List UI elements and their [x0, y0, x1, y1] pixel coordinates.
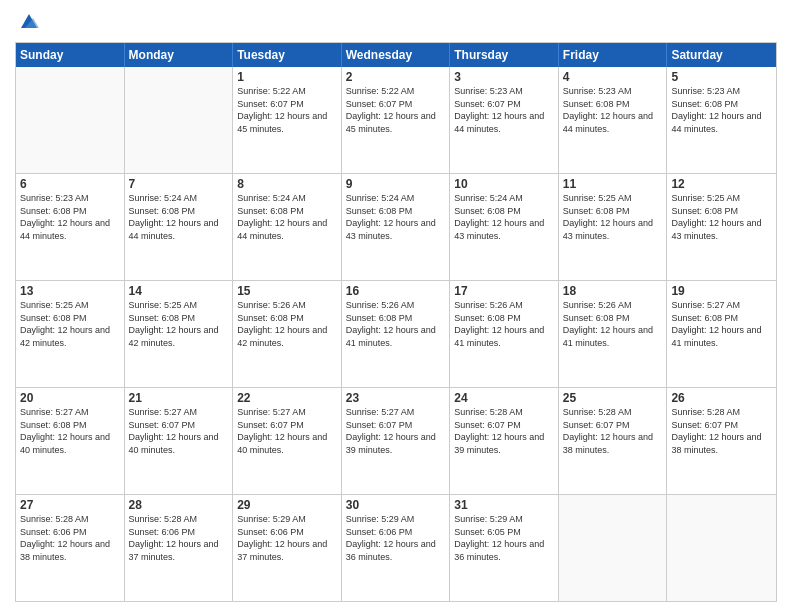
- logo: [15, 10, 41, 34]
- day-info: Sunrise: 5:24 AMSunset: 6:08 PMDaylight:…: [129, 192, 229, 242]
- calendar-cell: 15Sunrise: 5:26 AMSunset: 6:08 PMDayligh…: [233, 281, 342, 387]
- calendar-header: SundayMondayTuesdayWednesdayThursdayFrid…: [16, 43, 776, 67]
- day-number: 3: [454, 70, 554, 84]
- calendar-cell: [125, 67, 234, 173]
- day-info: Sunrise: 5:27 AMSunset: 6:07 PMDaylight:…: [129, 406, 229, 456]
- calendar-cell: 5Sunrise: 5:23 AMSunset: 6:08 PMDaylight…: [667, 67, 776, 173]
- day-info: Sunrise: 5:23 AMSunset: 6:08 PMDaylight:…: [671, 85, 772, 135]
- calendar-cell: 2Sunrise: 5:22 AMSunset: 6:07 PMDaylight…: [342, 67, 451, 173]
- day-info: Sunrise: 5:22 AMSunset: 6:07 PMDaylight:…: [346, 85, 446, 135]
- day-number: 21: [129, 391, 229, 405]
- day-number: 30: [346, 498, 446, 512]
- day-info: Sunrise: 5:26 AMSunset: 6:08 PMDaylight:…: [563, 299, 663, 349]
- calendar-week: 27Sunrise: 5:28 AMSunset: 6:06 PMDayligh…: [16, 495, 776, 601]
- calendar-day-header: Wednesday: [342, 43, 451, 67]
- day-info: Sunrise: 5:24 AMSunset: 6:08 PMDaylight:…: [237, 192, 337, 242]
- day-info: Sunrise: 5:26 AMSunset: 6:08 PMDaylight:…: [346, 299, 446, 349]
- calendar-week: 20Sunrise: 5:27 AMSunset: 6:08 PMDayligh…: [16, 388, 776, 495]
- day-number: 20: [20, 391, 120, 405]
- calendar-cell: 7Sunrise: 5:24 AMSunset: 6:08 PMDaylight…: [125, 174, 234, 280]
- day-number: 29: [237, 498, 337, 512]
- calendar-body: 1Sunrise: 5:22 AMSunset: 6:07 PMDaylight…: [16, 67, 776, 601]
- calendar-cell: 13Sunrise: 5:25 AMSunset: 6:08 PMDayligh…: [16, 281, 125, 387]
- day-number: 22: [237, 391, 337, 405]
- calendar-cell: 10Sunrise: 5:24 AMSunset: 6:08 PMDayligh…: [450, 174, 559, 280]
- calendar-cell: 24Sunrise: 5:28 AMSunset: 6:07 PMDayligh…: [450, 388, 559, 494]
- day-number: 13: [20, 284, 120, 298]
- day-number: 23: [346, 391, 446, 405]
- day-info: Sunrise: 5:28 AMSunset: 6:06 PMDaylight:…: [129, 513, 229, 563]
- day-info: Sunrise: 5:28 AMSunset: 6:06 PMDaylight:…: [20, 513, 120, 563]
- calendar-day-header: Monday: [125, 43, 234, 67]
- day-number: 7: [129, 177, 229, 191]
- day-info: Sunrise: 5:29 AMSunset: 6:06 PMDaylight:…: [346, 513, 446, 563]
- calendar-cell: 1Sunrise: 5:22 AMSunset: 6:07 PMDaylight…: [233, 67, 342, 173]
- calendar-cell: 6Sunrise: 5:23 AMSunset: 6:08 PMDaylight…: [16, 174, 125, 280]
- calendar-cell: 28Sunrise: 5:28 AMSunset: 6:06 PMDayligh…: [125, 495, 234, 601]
- logo-icon: [17, 10, 41, 34]
- day-number: 18: [563, 284, 663, 298]
- day-info: Sunrise: 5:25 AMSunset: 6:08 PMDaylight:…: [671, 192, 772, 242]
- day-info: Sunrise: 5:25 AMSunset: 6:08 PMDaylight:…: [20, 299, 120, 349]
- calendar-cell: 16Sunrise: 5:26 AMSunset: 6:08 PMDayligh…: [342, 281, 451, 387]
- day-info: Sunrise: 5:23 AMSunset: 6:08 PMDaylight:…: [563, 85, 663, 135]
- day-number: 27: [20, 498, 120, 512]
- day-number: 11: [563, 177, 663, 191]
- calendar-day-header: Thursday: [450, 43, 559, 67]
- calendar-cell: 14Sunrise: 5:25 AMSunset: 6:08 PMDayligh…: [125, 281, 234, 387]
- day-number: 6: [20, 177, 120, 191]
- day-number: 5: [671, 70, 772, 84]
- day-number: 25: [563, 391, 663, 405]
- calendar-cell: 4Sunrise: 5:23 AMSunset: 6:08 PMDaylight…: [559, 67, 668, 173]
- calendar-day-header: Tuesday: [233, 43, 342, 67]
- day-number: 24: [454, 391, 554, 405]
- calendar-cell: 12Sunrise: 5:25 AMSunset: 6:08 PMDayligh…: [667, 174, 776, 280]
- calendar-cell: 9Sunrise: 5:24 AMSunset: 6:08 PMDaylight…: [342, 174, 451, 280]
- day-info: Sunrise: 5:27 AMSunset: 6:07 PMDaylight:…: [237, 406, 337, 456]
- calendar-cell: [16, 67, 125, 173]
- calendar-week: 6Sunrise: 5:23 AMSunset: 6:08 PMDaylight…: [16, 174, 776, 281]
- header: [15, 10, 777, 34]
- calendar-day-header: Sunday: [16, 43, 125, 67]
- day-info: Sunrise: 5:28 AMSunset: 6:07 PMDaylight:…: [563, 406, 663, 456]
- day-info: Sunrise: 5:27 AMSunset: 6:08 PMDaylight:…: [671, 299, 772, 349]
- day-number: 9: [346, 177, 446, 191]
- day-info: Sunrise: 5:23 AMSunset: 6:07 PMDaylight:…: [454, 85, 554, 135]
- day-info: Sunrise: 5:24 AMSunset: 6:08 PMDaylight:…: [346, 192, 446, 242]
- day-info: Sunrise: 5:24 AMSunset: 6:08 PMDaylight:…: [454, 192, 554, 242]
- calendar-cell: 11Sunrise: 5:25 AMSunset: 6:08 PMDayligh…: [559, 174, 668, 280]
- calendar-cell: 19Sunrise: 5:27 AMSunset: 6:08 PMDayligh…: [667, 281, 776, 387]
- calendar-cell: 8Sunrise: 5:24 AMSunset: 6:08 PMDaylight…: [233, 174, 342, 280]
- day-info: Sunrise: 5:28 AMSunset: 6:07 PMDaylight:…: [671, 406, 772, 456]
- calendar-cell: [559, 495, 668, 601]
- day-info: Sunrise: 5:28 AMSunset: 6:07 PMDaylight:…: [454, 406, 554, 456]
- day-number: 12: [671, 177, 772, 191]
- day-number: 26: [671, 391, 772, 405]
- calendar-cell: 29Sunrise: 5:29 AMSunset: 6:06 PMDayligh…: [233, 495, 342, 601]
- day-number: 17: [454, 284, 554, 298]
- calendar-cell: 25Sunrise: 5:28 AMSunset: 6:07 PMDayligh…: [559, 388, 668, 494]
- calendar-cell: 23Sunrise: 5:27 AMSunset: 6:07 PMDayligh…: [342, 388, 451, 494]
- day-info: Sunrise: 5:26 AMSunset: 6:08 PMDaylight:…: [454, 299, 554, 349]
- day-info: Sunrise: 5:29 AMSunset: 6:06 PMDaylight:…: [237, 513, 337, 563]
- day-number: 2: [346, 70, 446, 84]
- calendar-week: 13Sunrise: 5:25 AMSunset: 6:08 PMDayligh…: [16, 281, 776, 388]
- day-number: 28: [129, 498, 229, 512]
- calendar: SundayMondayTuesdayWednesdayThursdayFrid…: [15, 42, 777, 602]
- calendar-cell: 21Sunrise: 5:27 AMSunset: 6:07 PMDayligh…: [125, 388, 234, 494]
- day-number: 4: [563, 70, 663, 84]
- calendar-cell: 17Sunrise: 5:26 AMSunset: 6:08 PMDayligh…: [450, 281, 559, 387]
- calendar-cell: 26Sunrise: 5:28 AMSunset: 6:07 PMDayligh…: [667, 388, 776, 494]
- day-info: Sunrise: 5:22 AMSunset: 6:07 PMDaylight:…: [237, 85, 337, 135]
- day-info: Sunrise: 5:26 AMSunset: 6:08 PMDaylight:…: [237, 299, 337, 349]
- day-info: Sunrise: 5:23 AMSunset: 6:08 PMDaylight:…: [20, 192, 120, 242]
- calendar-cell: 18Sunrise: 5:26 AMSunset: 6:08 PMDayligh…: [559, 281, 668, 387]
- calendar-cell: 31Sunrise: 5:29 AMSunset: 6:05 PMDayligh…: [450, 495, 559, 601]
- calendar-cell: 30Sunrise: 5:29 AMSunset: 6:06 PMDayligh…: [342, 495, 451, 601]
- day-number: 16: [346, 284, 446, 298]
- calendar-cell: 27Sunrise: 5:28 AMSunset: 6:06 PMDayligh…: [16, 495, 125, 601]
- calendar-cell: [667, 495, 776, 601]
- day-info: Sunrise: 5:25 AMSunset: 6:08 PMDaylight:…: [129, 299, 229, 349]
- calendar-cell: 22Sunrise: 5:27 AMSunset: 6:07 PMDayligh…: [233, 388, 342, 494]
- day-number: 19: [671, 284, 772, 298]
